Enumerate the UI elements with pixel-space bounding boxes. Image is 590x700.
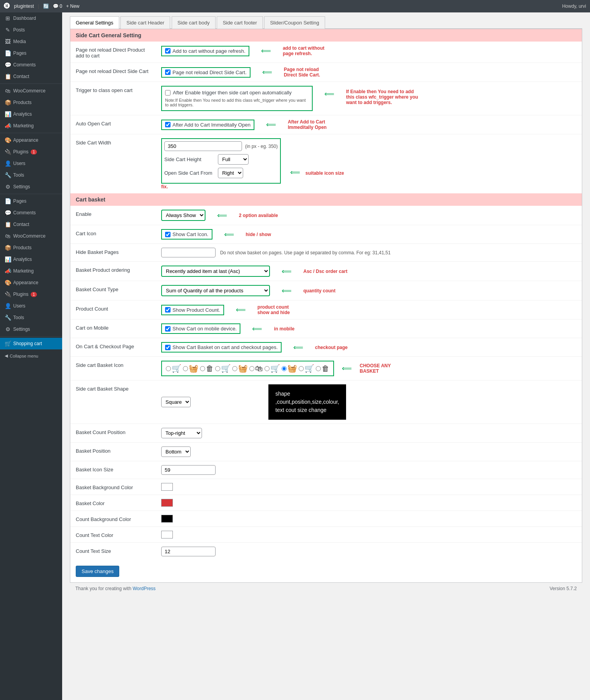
basket-icon-option-7[interactable]: 🛒 xyxy=(265,364,280,373)
page-not-reload-side-checkbox[interactable] xyxy=(165,69,171,75)
cart-icon-checkbox[interactable] xyxy=(165,232,171,237)
sidebar-item-marketing[interactable]: 📣 Marketing xyxy=(0,120,62,132)
tab-side-cart-header[interactable]: Side cart Header xyxy=(120,16,170,29)
sidebar-label-appearance: Appearance xyxy=(13,137,38,143)
basket-icon-radio-2[interactable] xyxy=(183,366,188,371)
menu-separator-3 xyxy=(0,194,62,194)
sidebar-item-marketing2[interactable]: 📣 Marketing xyxy=(0,265,62,277)
product-count-checkbox[interactable] xyxy=(165,307,171,313)
sidebar-item-media[interactable]: 🖼 Media xyxy=(0,36,62,47)
cart-icon-checkbox-label[interactable]: Show Cart Icon. xyxy=(161,229,212,240)
count-text-color-swatch[interactable] xyxy=(161,531,173,538)
tab-slider-coupon[interactable]: Slider/Coupon Setting xyxy=(264,16,325,29)
enable-select[interactable]: Always Show Never Show On Hover xyxy=(161,210,205,221)
media-icon: 🖼 xyxy=(5,38,11,45)
basket-count-type-select[interactable]: Sum of Quantity of all the products Coun… xyxy=(161,285,270,296)
sidebar-item-settings2[interactable]: ⚙ Settings xyxy=(0,323,62,335)
basket-icon-radio-6[interactable] xyxy=(249,366,254,371)
basket-color-swatch[interactable] xyxy=(161,499,173,507)
sidebar-label-comments2: Comments xyxy=(13,210,36,215)
tab-side-cart-footer[interactable]: Side cart footer xyxy=(217,16,263,29)
basket-icon-option-1[interactable]: 🛒 xyxy=(166,364,181,373)
basket-icon-option-9[interactable]: 🛒 xyxy=(299,364,314,373)
page-not-reload-side-checkbox-label[interactable]: Page not reload Direct Side Cart. xyxy=(161,67,251,78)
page-not-reload-product-checkbox[interactable] xyxy=(165,48,171,54)
hide-basket-pages-input[interactable] xyxy=(161,248,216,257)
sidebar-item-plugins2[interactable]: 🔌 Plugins 1 xyxy=(0,288,62,300)
auto-open-checkbox-label[interactable]: After Add to Cart Immeditally Open xyxy=(161,120,254,130)
open-side-cart-from-select[interactable]: Right Left xyxy=(218,168,243,178)
tab-side-cart-body[interactable]: Side cart body xyxy=(172,16,216,29)
sidebar-item-products[interactable]: 📦 Products xyxy=(0,97,62,108)
basket-icon-option-6[interactable]: 🛍 xyxy=(249,364,263,373)
sidebar-item-users2[interactable]: 👤 Users xyxy=(0,300,62,312)
sidebar-item-appearance2[interactable]: 🎨 Appearance xyxy=(0,277,62,288)
sidebar-item-woocommerce[interactable]: 🛍 WooCommerce xyxy=(0,85,62,97)
cart-on-mobile-checkbox-label[interactable]: Show Cart on mobile device. xyxy=(161,323,240,334)
basket-count-position-select[interactable]: Top-right Top-left Bottom-right Bottom-l… xyxy=(161,428,202,438)
count-bg-color-swatch[interactable] xyxy=(161,515,173,523)
basket-icon-radio-10[interactable] xyxy=(316,366,321,371)
side-cart-height-select[interactable]: Full Auto Custom xyxy=(218,154,249,165)
sidebar-item-products2[interactable]: 📦 Products xyxy=(0,242,62,254)
field-label-basket-color: Basket Color xyxy=(70,495,156,511)
basket-icon-option-5[interactable]: 🧺 xyxy=(232,364,248,373)
trigger-checkbox[interactable] xyxy=(165,90,171,96)
tab-general-settings[interactable]: General Settings xyxy=(70,16,119,29)
sidebar-item-pages[interactable]: 📄 Pages xyxy=(0,47,62,59)
save-changes-button[interactable]: Save changes xyxy=(76,566,119,577)
sidebar-item-settings[interactable]: ⚙ Settings xyxy=(0,181,62,193)
basket-icon-radio-4[interactable] xyxy=(215,366,220,371)
sidebar-item-plugins[interactable]: 🔌 Plugins 1 xyxy=(0,146,62,158)
basket-icon-size-input[interactable] xyxy=(161,465,216,475)
basket-icon-radio-1[interactable] xyxy=(166,366,171,371)
basket-icon-radio-5[interactable] xyxy=(232,366,237,371)
sidebar-item-dashboard[interactable]: ⊞ Dashboard xyxy=(0,12,62,24)
annotation-trigger: If Enable then You need to addthis class… xyxy=(346,89,418,105)
sidebar-item-shopping-cart[interactable]: 🛒 Shopping cart xyxy=(0,338,62,349)
sidebar-item-users[interactable]: 👤 Users xyxy=(0,158,62,169)
basket-icon-option-10[interactable]: 🗑 xyxy=(316,364,329,373)
sidebar-item-tools2[interactable]: 🔧 Tools xyxy=(0,312,62,323)
sidebar-item-comments2[interactable]: 💬 Comments xyxy=(0,207,62,219)
sidebar-item-woocommerce2[interactable]: 🛍 WooCommerce xyxy=(0,230,62,242)
sidebar-item-analytics[interactable]: 📊 Analytics xyxy=(0,108,62,120)
sidebar-item-appearance[interactable]: 🎨 Appearance xyxy=(0,134,62,146)
sidebar-item-contact2[interactable]: 📋 Contact xyxy=(0,219,62,230)
basket-shape-select[interactable]: Square Circle Round xyxy=(161,397,191,407)
collapse-menu-button[interactable]: ◀ Collapse menu xyxy=(0,349,62,362)
page-not-reload-product-checkbox-label[interactable]: Add to cart without page refresh. xyxy=(161,46,249,56)
product-count-checkbox-label[interactable]: Show Product Count. xyxy=(161,305,224,315)
sidebar-item-contact[interactable]: 📋 Contact xyxy=(0,71,62,82)
basket-icon-radio-9[interactable] xyxy=(299,366,304,371)
annotation-auto-open: After Add to CartImmeditally Open xyxy=(288,119,327,130)
field-label-open-side-cart-inner: Open Side Cart From xyxy=(164,170,215,176)
site-name[interactable]: plugintest xyxy=(14,3,34,9)
basket-icon-option-4[interactable]: 🛒 xyxy=(215,364,231,373)
footer-wordpress-link[interactable]: WordPress xyxy=(132,586,155,591)
basket-ordering-select[interactable]: Recently added item at last (Asc) Recent… xyxy=(161,266,270,277)
on-cart-checkout-checkbox-label[interactable]: Show Cart Basket on cart and checkout pa… xyxy=(161,342,282,353)
side-cart-width-input[interactable] xyxy=(164,141,242,151)
basket-icon-radio-3[interactable] xyxy=(200,366,205,371)
basket-bg-color-swatch[interactable] xyxy=(161,483,173,491)
sidebar-item-tools[interactable]: 🔧 Tools xyxy=(0,169,62,181)
on-cart-checkout-checkbox[interactable] xyxy=(165,345,171,350)
sidebar-item-posts[interactable]: ✎ Posts xyxy=(0,24,62,36)
sidebar-item-pages2[interactable]: 📄 Pages xyxy=(0,195,62,207)
basket-icon-option-3[interactable]: 🗑 xyxy=(200,364,214,373)
sidebar-item-analytics2[interactable]: 📊 Analytics xyxy=(0,254,62,265)
basket-icon-radio-7[interactable] xyxy=(265,366,270,371)
auto-open-checkbox[interactable] xyxy=(165,122,171,127)
basket-position-select[interactable]: Bottom Top Left Right xyxy=(161,446,191,457)
cart-on-mobile-checkbox[interactable] xyxy=(165,326,171,332)
basket-icon-option-2[interactable]: 🧺 xyxy=(183,364,198,373)
sidebar-item-comments[interactable]: 💬 Comments xyxy=(0,59,62,71)
new-button[interactable]: + New xyxy=(66,3,79,9)
field-label-page-not-reload-side: Page not reload Direct Side Cart xyxy=(70,63,156,82)
field-label-side-cart-width: Side Cart Width xyxy=(70,134,156,194)
basket-icon-radio-8[interactable] xyxy=(282,366,287,371)
appearance-icon: 🎨 xyxy=(5,137,11,143)
basket-icon-option-8[interactable]: 🧺 xyxy=(282,364,297,373)
count-text-size-input[interactable] xyxy=(161,547,216,556)
